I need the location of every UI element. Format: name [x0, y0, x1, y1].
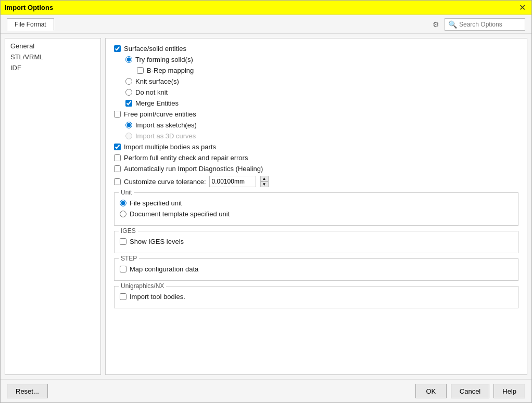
- footer: Reset... OK Cancel Help: [1, 379, 531, 402]
- unigraphics-group-content: Import tool bodies.: [120, 293, 513, 301]
- step-group-content: Map configuration data: [120, 265, 513, 273]
- step-group-title: STEP: [119, 255, 139, 262]
- merge-entities-checkbox[interactable]: [125, 100, 132, 107]
- merge-entities-label[interactable]: Merge Entities: [135, 99, 179, 107]
- free-point-curve-row: Free point/curve entities: [114, 110, 518, 118]
- surface-solid-row: Surface/solid entities: [114, 45, 518, 53]
- unit-group: Unit File specified unit Document templa…: [114, 192, 518, 226]
- import-as-3d-curves-label[interactable]: Import as 3D curves: [135, 132, 196, 140]
- do-not-knit-row: Do not knit: [125, 88, 518, 96]
- footer-left: Reset...: [7, 384, 48, 398]
- merge-entities-row: Merge Entities: [125, 99, 518, 107]
- tolerance-spinner: ▲ ▼: [260, 176, 269, 187]
- unit-group-content: File specified unit Document template sp…: [120, 199, 513, 218]
- knit-surface-row: Knit surface(s): [125, 77, 518, 85]
- unit-group-title: Unit: [119, 189, 134, 196]
- spinner-up-button[interactable]: ▲: [260, 176, 269, 181]
- cancel-button[interactable]: Cancel: [451, 384, 489, 398]
- file-specified-unit-radio[interactable]: [120, 200, 126, 206]
- sidebar-item-general[interactable]: General: [5, 41, 100, 51]
- unigraphics-group-title: Unigraphics/NX: [119, 282, 166, 290]
- main-content: General STL/VRML IDF Surface/solid entit…: [1, 34, 531, 379]
- knit-surface-radio[interactable]: [125, 78, 132, 85]
- title-bar: Import Options ✕: [1, 1, 531, 15]
- step-group: STEP Map configuration data: [114, 258, 518, 281]
- show-iges-levels-checkbox[interactable]: [120, 238, 126, 245]
- import-multiple-bodies-label[interactable]: Import multiple bodies as parts: [124, 143, 216, 151]
- import-multiple-bodies-row: Import multiple bodies as parts: [114, 143, 518, 151]
- show-iges-levels-label[interactable]: Show IGES levels: [130, 238, 184, 245]
- do-not-knit-label[interactable]: Do not knit: [135, 88, 168, 96]
- map-config-data-row: Map configuration data: [120, 265, 513, 273]
- surface-solid-checkbox[interactable]: [114, 45, 121, 52]
- search-icon: 🔍: [448, 20, 457, 29]
- iges-group: IGES Show IGES levels: [114, 231, 518, 253]
- tolerance-input[interactable]: 0.00100mm: [209, 176, 256, 187]
- document-template-unit-radio[interactable]: [120, 211, 126, 217]
- document-template-unit-row: Document template specified unit: [120, 210, 513, 218]
- import-as-sketch-row: Import as sketch(es): [125, 121, 518, 129]
- iges-group-content: Show IGES levels: [120, 238, 513, 245]
- dialog-title: Import Options: [5, 4, 53, 11]
- customize-curve-tolerance-checkbox[interactable]: [114, 178, 121, 185]
- search-box: 🔍: [445, 18, 525, 31]
- customize-curve-tolerance-label[interactable]: Customize curve tolerance:: [124, 178, 206, 186]
- help-button[interactable]: Help: [493, 384, 525, 398]
- import-multiple-bodies-checkbox[interactable]: [114, 144, 121, 150]
- customize-curve-tolerance-row: Customize curve tolerance: 0.00100mm ▲ ▼: [114, 176, 518, 187]
- import-tool-bodies-label[interactable]: Import tool bodies.: [130, 293, 185, 301]
- surface-solid-label[interactable]: Surface/solid entities: [124, 45, 186, 53]
- file-specified-unit-label[interactable]: File specified unit: [130, 199, 182, 207]
- try-forming-solid-radio[interactable]: [125, 56, 132, 63]
- import-tool-bodies-checkbox[interactable]: [120, 293, 126, 300]
- iges-group-title: IGES: [119, 227, 138, 235]
- reset-button[interactable]: Reset...: [7, 384, 48, 398]
- map-config-data-checkbox[interactable]: [120, 266, 126, 272]
- try-forming-solid-label[interactable]: Try forming solid(s): [135, 56, 193, 63]
- sidebar: General STL/VRML IDF: [5, 38, 101, 375]
- free-point-curve-label[interactable]: Free point/curve entities: [124, 110, 196, 118]
- tab-file-format[interactable]: File Format: [7, 18, 54, 31]
- spinner-down-button[interactable]: ▼: [260, 181, 269, 187]
- search-input[interactable]: [459, 21, 522, 28]
- brep-mapping-label[interactable]: B-Rep mapping: [147, 67, 194, 74]
- document-template-unit-label[interactable]: Document template specified unit: [130, 210, 230, 218]
- import-as-3d-curves-row: Import as 3D curves: [125, 132, 518, 140]
- knit-surface-label[interactable]: Knit surface(s): [135, 77, 179, 85]
- brep-mapping-row: B-Rep mapping: [137, 67, 518, 74]
- free-point-curve-checkbox[interactable]: [114, 111, 121, 118]
- unigraphics-group: Unigraphics/NX Import tool bodies.: [114, 286, 518, 308]
- import-as-sketch-radio[interactable]: [125, 122, 132, 128]
- close-button[interactable]: ✕: [517, 3, 527, 13]
- file-specified-unit-row: File specified unit: [120, 199, 513, 207]
- map-config-data-label[interactable]: Map configuration data: [130, 265, 198, 273]
- perform-full-entity-row: Perform full entity check and repair err…: [114, 154, 518, 162]
- ok-button[interactable]: OK: [415, 384, 447, 398]
- sidebar-item-idf[interactable]: IDF: [5, 62, 100, 73]
- footer-right: OK Cancel Help: [415, 384, 525, 398]
- perform-full-entity-checkbox[interactable]: [114, 154, 121, 161]
- perform-full-entity-label[interactable]: Perform full entity check and repair err…: [124, 154, 248, 162]
- do-not-knit-radio[interactable]: [125, 89, 132, 96]
- automatically-run-label[interactable]: Automatically run Import Diagnostics (He…: [124, 165, 263, 173]
- toolbar: File Format ⚙ 🔍: [1, 15, 531, 34]
- sidebar-item-stl-vrml[interactable]: STL/VRML: [5, 51, 100, 62]
- gear-icon: ⚙: [433, 20, 439, 29]
- content-panel: Surface/solid entities Try forming solid…: [105, 38, 527, 375]
- import-tool-bodies-row: Import tool bodies.: [120, 293, 513, 301]
- automatically-run-checkbox[interactable]: [114, 165, 121, 172]
- show-iges-levels-row: Show IGES levels: [120, 238, 513, 245]
- import-options-dialog: Import Options ✕ File Format ⚙ 🔍 General…: [0, 0, 532, 403]
- tab-bar: File Format: [7, 18, 55, 30]
- import-as-sketch-label[interactable]: Import as sketch(es): [135, 121, 197, 129]
- import-as-3d-curves-radio[interactable]: [125, 133, 132, 139]
- brep-mapping-checkbox[interactable]: [137, 67, 144, 74]
- try-forming-solid-row: Try forming solid(s): [125, 56, 518, 63]
- automatically-run-row: Automatically run Import Diagnostics (He…: [114, 165, 518, 173]
